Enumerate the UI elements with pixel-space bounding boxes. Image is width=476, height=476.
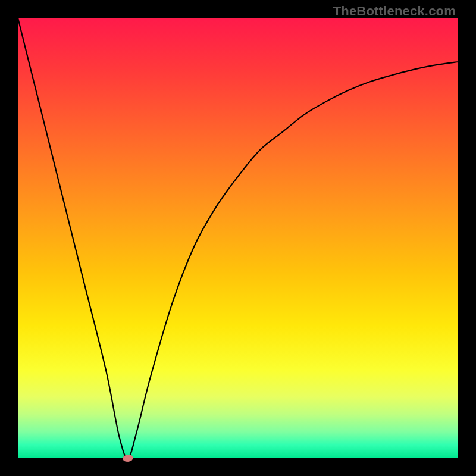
chart-container: TheBottleneck.com — [0, 0, 476, 476]
optimal-point-marker — [122, 454, 133, 462]
bottleneck-curve — [18, 18, 458, 458]
plot-area — [18, 18, 458, 458]
watermark-text: TheBottleneck.com — [333, 4, 456, 19]
